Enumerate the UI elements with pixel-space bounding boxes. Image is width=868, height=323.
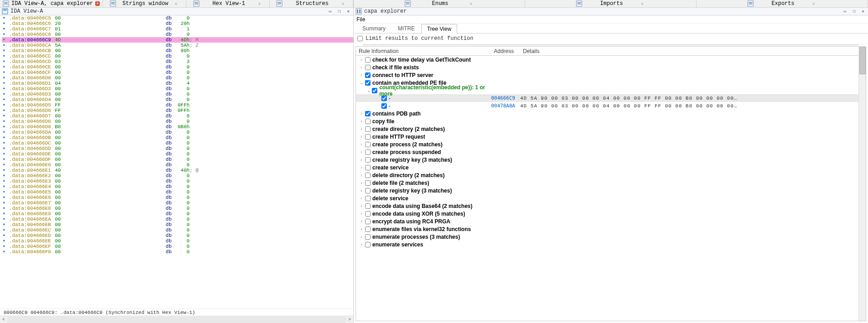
disasm-row[interactable]: ●.data:004666D4 00 db 0 — [2, 97, 353, 102]
rule-row[interactable]: ›encode data using Base64 (2 matches) — [356, 202, 858, 210]
rule-row[interactable]: ›enumerate processes (3 matches) — [356, 233, 858, 241]
tab-enums[interactable]: Enums✕ — [354, 0, 525, 7]
rule-row[interactable]: -004666C94D 5A 90 00 03 00 00 00 04 00 0… — [356, 94, 858, 102]
expand-icon[interactable]: › — [359, 242, 364, 247]
expand-icon[interactable]: › — [359, 234, 364, 239]
disasm-row[interactable]: ●.data:004666DF 00 db 0 — [2, 157, 353, 162]
scroll-right-icon[interactable]: > — [346, 317, 353, 322]
disasm-row[interactable]: ●.data:004666D0 00 db 0 — [2, 75, 353, 81]
rule-row[interactable]: ›check for time delay via GetTickCount — [356, 56, 858, 63]
col-details[interactable]: Details — [520, 47, 858, 55]
tab-ida-view-a-capa-explorer[interactable]: IDA View-A, capa explorer✕ — [0, 0, 103, 7]
expand-icon[interactable]: › — [359, 149, 364, 154]
rule-row[interactable]: ›enumerate files via kernel32 functions — [356, 225, 858, 233]
expand-icon[interactable]: › — [359, 111, 364, 116]
rule-checkbox[interactable] — [365, 134, 371, 140]
close-icon[interactable]: ✕ — [860, 9, 866, 14]
disasm-row[interactable]: ●.data:004666C9 4D db 4Dh ; M — [2, 37, 353, 43]
rule-checkbox[interactable] — [365, 149, 371, 155]
rule-address[interactable]: 004666C9 — [491, 95, 520, 101]
disasm-row[interactable]: ●.data:004666CD 03 db 3 — [2, 59, 353, 64]
disasm-row[interactable]: ●.data:004666E8 00 db 0 — [2, 206, 353, 211]
disasm-row[interactable]: ●.data:004666DB 00 db 0 — [2, 135, 353, 140]
rule-checkbox[interactable] — [365, 72, 371, 78]
rule-checkbox[interactable] — [365, 188, 371, 193]
rule-row[interactable]: ›copy file — [356, 117, 858, 125]
disasm-row[interactable]: ●.data:004666C6 20 db 20h — [2, 21, 353, 26]
rule-checkbox[interactable] — [365, 111, 371, 116]
tab-close-icon[interactable]: ✕ — [175, 1, 180, 6]
rule-row[interactable]: ›create directory (2 matches) — [356, 125, 858, 133]
restore-icon[interactable]: ▭ — [327, 9, 333, 14]
rule-checkbox[interactable] — [365, 126, 371, 132]
col-rule[interactable]: Rule Information — [356, 47, 491, 55]
disasm-row[interactable]: ●.data:004666DE 00 db 0 — [2, 151, 353, 157]
tab-close-icon[interactable]: ✕ — [95, 1, 100, 6]
expand-icon[interactable]: › — [359, 165, 364, 170]
rules-tree[interactable]: Rule Information Address Details ›check … — [356, 47, 858, 321]
disasm-row[interactable]: ●.data:004666E7 00 db 0 — [2, 200, 353, 206]
rule-checkbox[interactable] — [365, 142, 371, 147]
expand-icon[interactable]: › — [359, 134, 364, 139]
disasm-row[interactable]: ●.data:004666ED 00 db 0 — [2, 233, 353, 238]
disasm-row[interactable]: ●.data:004666D1 04 db 4 — [2, 81, 353, 86]
scroll-left-icon[interactable]: < — [0, 317, 7, 322]
rule-row[interactable]: ›encrypt data using RC4 PRGA — [356, 217, 858, 225]
expand-icon[interactable]: › — [359, 157, 364, 162]
disasm-row[interactable]: ●.data:004666EA 00 db 0 — [2, 217, 353, 222]
tab-close-icon[interactable]: ✕ — [470, 1, 474, 6]
disasm-row[interactable]: ●.data:004666C5 00 db 0 — [2, 15, 353, 21]
disasm-row[interactable]: ●.data:004666D5 FF db 0FFh — [2, 102, 353, 108]
disasm-row[interactable]: ●.data:004666C8 00 db 0 — [2, 32, 353, 37]
disasm-row[interactable]: ●.data:004666E2 00 db 0 — [2, 173, 353, 178]
tab-imports[interactable]: Imports✕ — [525, 0, 697, 7]
disasm-row[interactable]: ●.data:004666D6 FF db 0FFh — [2, 108, 353, 113]
expand-icon[interactable]: › — [359, 180, 364, 185]
rule-checkbox[interactable] — [365, 234, 371, 240]
rule-checkbox[interactable] — [365, 119, 371, 124]
tab-strings-window[interactable]: Strings window✕ — [103, 0, 186, 7]
col-address[interactable]: Address — [491, 47, 520, 55]
expand-icon[interactable]: › — [359, 72, 364, 77]
expand-icon[interactable]: › — [359, 196, 364, 201]
disasm-row[interactable]: ●.data:004666E5 00 db 0 — [2, 189, 353, 195]
rule-row[interactable]: ›create HTTP request — [356, 133, 858, 140]
splitter-grip[interactable] — [363, 44, 859, 45]
rule-checkbox[interactable] — [365, 165, 371, 170]
rule-checkbox[interactable] — [365, 57, 371, 63]
rule-checkbox[interactable] — [381, 96, 387, 101]
expand-icon[interactable]: › — [359, 203, 364, 208]
limit-checkbox[interactable] — [357, 36, 363, 41]
disasm-row[interactable]: ●.data:004666E1 40 db 40h ; @ — [2, 168, 353, 173]
tab-hex-view-1[interactable]: Hex View-1✕ — [186, 0, 270, 7]
expand-icon[interactable]: › — [359, 65, 364, 70]
expand-icon[interactable]: › — [359, 173, 364, 178]
disasm-row[interactable]: ●.data:004666CF 00 db 0 — [2, 70, 353, 75]
expand-icon[interactable]: › — [359, 142, 364, 147]
tab-close-icon[interactable]: ✕ — [341, 1, 346, 6]
disasm-row[interactable]: ●.data:004666F0 00 db 0 — [2, 249, 353, 255]
tab-close-icon[interactable]: ✕ — [641, 1, 646, 6]
expand-icon[interactable]: › — [359, 119, 364, 124]
tab-close-icon[interactable]: ✕ — [258, 1, 263, 6]
rule-checkbox[interactable] — [365, 242, 371, 247]
expand-icon[interactable]: › — [359, 219, 364, 224]
disasm-row[interactable]: ●.data:004666CC 00 db 0 — [2, 53, 353, 59]
rule-row[interactable]: ›create service — [356, 164, 858, 171]
rule-address[interactable]: 00478A8A — [491, 103, 520, 109]
rule-row[interactable]: ›create process (2 matches) — [356, 140, 858, 148]
rule-checkbox[interactable] — [365, 203, 371, 209]
rule-checkbox[interactable] — [365, 157, 371, 163]
rule-checkbox[interactable] — [365, 173, 371, 178]
rule-row[interactable]: -00478A8A4D 5A 90 00 03 00 00 00 04 00 0… — [356, 102, 858, 110]
disasm-row[interactable]: ●.data:004666EF 00 db 0 — [2, 244, 353, 249]
disasm-row[interactable]: ●.data:004666EC 00 db 0 — [2, 227, 353, 233]
disasm-row[interactable]: ●.data:004666EB 00 db 0 — [2, 222, 353, 227]
disasm-row[interactable]: ●.data:004666C7 01 db 1 — [2, 26, 353, 32]
rule-row[interactable]: ›delete file (2 matches) — [356, 179, 858, 187]
disasm-row[interactable]: ●.data:004666D8 00 db 0 — [2, 119, 353, 124]
rule-row[interactable]: ›contains PDB path — [356, 110, 858, 117]
rule-row[interactable]: ›encode data using XOR (5 matches) — [356, 210, 858, 217]
rule-row[interactable]: ›delete registry key (3 matches) — [356, 187, 858, 194]
disasm-row[interactable]: ●.data:004666D2 00 db 0 — [2, 86, 353, 92]
